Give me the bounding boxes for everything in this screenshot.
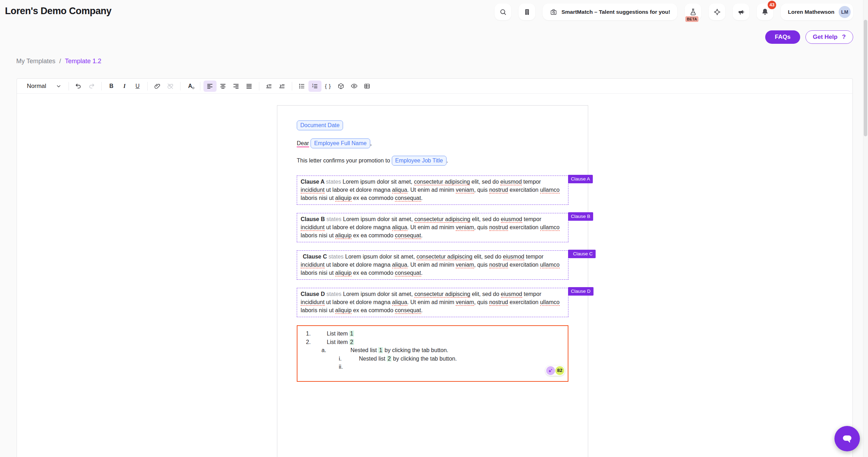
document-date-chip[interactable]: Document Date <box>297 120 343 130</box>
ordered-list-button[interactable]: 12 <box>308 81 321 92</box>
misspelled-text: veniam <box>456 187 474 194</box>
promotion-text: This letter confirms your promotion to <box>297 158 392 164</box>
list-item[interactable]: ii. <box>297 363 568 371</box>
table-button[interactable] <box>361 81 374 92</box>
list-item[interactable]: 1.List item 1 <box>297 330 568 338</box>
breadcrumb-my-templates[interactable]: My Templates <box>16 58 55 65</box>
clause-block[interactable]: Clause A states Lorem ipsum dolor sit am… <box>297 176 568 205</box>
paragraph-style-value: Normal <box>27 83 46 90</box>
organization-button[interactable] <box>519 4 535 20</box>
labs-button[interactable]: BETA <box>685 4 701 20</box>
misspelled-text: consectetur adipiscing <box>417 254 472 260</box>
clause-label-tag[interactable]: Clause D <box>568 287 594 296</box>
announcements-button[interactable] <box>733 4 749 20</box>
question-mark-icon: ? <box>842 34 846 41</box>
scrollbar-track[interactable] <box>863 0 868 457</box>
faqs-button[interactable]: FAQs <box>765 30 800 44</box>
indent-icon <box>278 83 285 90</box>
notifications-button[interactable]: 43 <box>757 4 773 20</box>
clause-block[interactable]: Clause B states Lorem ipsum dolor sit am… <box>297 213 568 242</box>
breadcrumb-current: Template 1.2 <box>65 58 101 65</box>
search-button[interactable] <box>495 4 511 20</box>
align-justify-button[interactable] <box>243 81 256 92</box>
top-action-bar: SmartMatch – Talent suggestions for you!… <box>495 4 853 20</box>
misspelled-text: ullamco <box>540 224 560 231</box>
employee-job-title-chip[interactable]: Employee Job Title <box>392 156 447 166</box>
misspelled-text: consectetur adipiscing <box>414 291 470 298</box>
list-item[interactable]: 2.List item 2 <box>297 338 568 346</box>
clause-title: Clause B <box>301 216 326 222</box>
align-right-button[interactable] <box>230 81 243 92</box>
employee-full-name-chip[interactable]: Employee Full Name <box>311 138 370 148</box>
body-text: . <box>421 307 423 313</box>
align-left-icon <box>206 83 213 90</box>
redo-button[interactable] <box>85 81 98 92</box>
body-text: elit, sed do <box>470 216 501 222</box>
sparkle-button[interactable] <box>709 4 725 20</box>
link-button[interactable] <box>151 81 164 92</box>
misspelled-text: incididunt <box>301 187 325 194</box>
body-text: tempor <box>522 179 541 185</box>
scrollbar-thumb[interactable] <box>864 20 867 136</box>
smartmatch-banner-button[interactable]: SmartMatch – Talent suggestions for you! <box>543 4 677 20</box>
misspelled-text: consequat <box>395 232 421 239</box>
indent-button[interactable] <box>276 81 289 92</box>
clause-block[interactable]: Clause C states Lorem ipsum dolor sit am… <box>297 250 568 280</box>
preview-button[interactable] <box>348 81 361 92</box>
get-help-button[interactable]: Get Help ? <box>805 30 853 44</box>
list-item[interactable]: a.Nested list 1 by clicking the tab butt… <box>297 346 568 355</box>
body-text: , quis <box>474 262 489 268</box>
misspelled-text: aliquip <box>335 270 352 277</box>
block-library-button[interactable] <box>335 81 348 92</box>
outdent-button[interactable] <box>262 81 276 92</box>
redo-icon <box>88 83 95 90</box>
toolbar-divider <box>200 82 200 90</box>
beta-badge: BETA <box>685 16 698 22</box>
ai-sparkle-icon <box>546 366 555 375</box>
ai-score-badge[interactable]: 82 <box>545 366 565 376</box>
clause-label-tag[interactable]: Clause B <box>568 212 593 221</box>
clause-title: Clause D <box>301 291 326 297</box>
italic-button[interactable]: I <box>118 81 131 92</box>
list-marker: i. <box>339 355 359 363</box>
body-text: . Ut enim ad minim <box>407 262 456 268</box>
body-text: List item <box>327 339 349 345</box>
misspelled-text: veniam <box>456 299 474 306</box>
misspelled-text: aliquip <box>335 195 352 202</box>
align-center-button[interactable] <box>217 81 230 92</box>
paragraph-style-select[interactable]: Normal <box>23 81 65 92</box>
user-menu-button[interactable]: Loren Mathewson LM <box>781 4 853 20</box>
score-value: 82 <box>555 366 564 375</box>
list-item-text: List item 1 <box>327 330 354 338</box>
merge-field-button[interactable]: { } <box>321 81 335 92</box>
list-item[interactable]: i.Nested list 2 by clicking the tab butt… <box>297 355 568 363</box>
salutation-comma: , <box>370 140 372 146</box>
chat-launcher-button[interactable] <box>834 426 860 451</box>
bullet-list-button[interactable] <box>295 81 308 92</box>
list-item-text: Nested list 1 by clicking the tab button… <box>350 346 448 355</box>
align-left-button[interactable] <box>203 81 217 92</box>
bold-button[interactable]: B <box>105 81 118 92</box>
clause-label-tag[interactable]: Clause C <box>568 250 596 258</box>
breadcrumb-separator: / <box>59 58 61 65</box>
align-right-icon <box>232 83 240 90</box>
selected-list-block[interactable]: 1.List item 12.List item 2a.Nested list … <box>297 325 568 382</box>
body-text: ut labore et dolore magna <box>325 224 392 230</box>
clause-label-tag[interactable]: Clause A <box>568 175 593 183</box>
body-text: by clicking the tab button. <box>383 347 448 353</box>
body-text: List item <box>327 331 349 337</box>
text-color-button[interactable]: A <box>184 81 197 92</box>
body-text: tempor <box>522 216 541 222</box>
underline-button[interactable]: U <box>131 81 144 92</box>
unlink-icon <box>167 83 174 90</box>
link-icon <box>154 83 161 90</box>
eye-icon <box>350 82 358 90</box>
document-date-line: Document Date <box>297 120 568 130</box>
misspelled-text: incididunt <box>301 262 325 268</box>
body-text: ut labore et dolore magna <box>325 262 392 268</box>
body-text: tempor <box>522 291 541 297</box>
unlink-button[interactable] <box>164 81 177 92</box>
document-page[interactable]: Document Date Dear Employee Full Name, T… <box>277 105 588 457</box>
undo-button[interactable] <box>72 81 85 92</box>
clause-block[interactable]: Clause D states Lorem ipsum dolor sit am… <box>297 288 568 317</box>
